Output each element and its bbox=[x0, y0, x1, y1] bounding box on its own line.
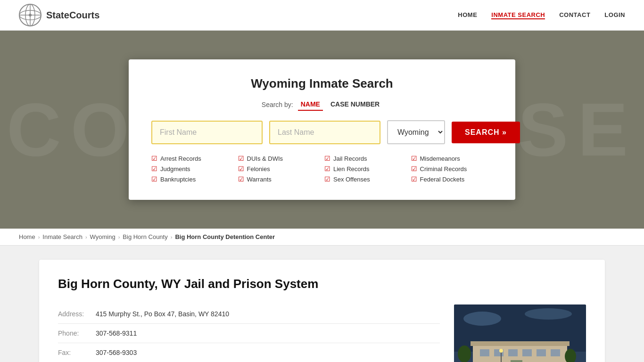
check-icon-sex-offenses: ☑ bbox=[324, 175, 330, 183]
fax-value: 307-568-9303 bbox=[96, 343, 440, 362]
svg-rect-12 bbox=[471, 341, 570, 346]
phone-label: Phone: bbox=[58, 324, 96, 343]
facility-info: Address: 415 Murphy St., Po Box 47, Basi… bbox=[58, 304, 440, 362]
search-button[interactable]: SEARCH » bbox=[452, 122, 520, 143]
checkbox-lien-records: ☑ Lien Records bbox=[324, 165, 406, 173]
address-row: Address: 415 Murphy St., Po Box 47, Basi… bbox=[58, 304, 440, 324]
content-card: Big Horn County, WY Jail and Prison Syst… bbox=[39, 260, 605, 362]
nav-home[interactable]: HOME bbox=[458, 11, 477, 19]
checkbox-grid: ☑ Arrest Records ☑ DUIs & DWIs ☑ Jail Re… bbox=[151, 155, 493, 183]
breadcrumb-sep-1: › bbox=[38, 234, 40, 240]
svg-rect-19 bbox=[511, 360, 522, 362]
logo-icon bbox=[19, 4, 41, 26]
checkbox-label-sex-offenses: Sex Offenses bbox=[333, 176, 370, 183]
tab-case-number[interactable]: CASE NUMBER bbox=[328, 99, 382, 111]
checkbox-label-judgments: Judgments bbox=[160, 165, 190, 173]
svg-rect-16 bbox=[522, 349, 532, 356]
logo-area: StateCourts bbox=[19, 4, 99, 26]
check-icon-federal: ☑ bbox=[411, 175, 417, 183]
first-name-input[interactable] bbox=[151, 121, 263, 144]
last-name-input[interactable] bbox=[269, 121, 380, 144]
facility-image bbox=[454, 304, 586, 362]
address-label: Address: bbox=[58, 304, 96, 324]
checkbox-label-lien: Lien Records bbox=[333, 165, 370, 173]
nav-inmate-search[interactable]: INMATE SEARCH bbox=[491, 11, 545, 19]
hero-section: COURTHOUSE Wyoming Inmate Search Search … bbox=[0, 31, 644, 229]
phone-value: 307-568-9311 bbox=[96, 324, 440, 343]
svg-point-21 bbox=[499, 349, 503, 353]
fax-label: Fax: bbox=[58, 343, 96, 362]
checkbox-felonies: ☑ Felonies bbox=[238, 165, 320, 173]
breadcrumb-big-horn-county[interactable]: Big Horn County bbox=[123, 233, 167, 240]
checkbox-arrest-records: ☑ Arrest Records bbox=[151, 155, 233, 162]
checkbox-label-arrest: Arrest Records bbox=[160, 155, 201, 162]
nav-contact[interactable]: CONTACT bbox=[559, 11, 590, 19]
svg-point-9 bbox=[525, 308, 572, 320]
check-icon-warrants: ☑ bbox=[238, 175, 244, 183]
check-icon-duis: ☑ bbox=[238, 155, 244, 162]
search-by-row: Search by: NAME CASE NUMBER bbox=[151, 99, 493, 111]
check-icon-bankruptcies: ☑ bbox=[151, 175, 157, 183]
checkbox-label-felonies: Felonies bbox=[247, 165, 270, 173]
svg-point-23 bbox=[458, 346, 471, 362]
breadcrumb-wyoming[interactable]: Wyoming bbox=[90, 233, 116, 240]
nav-links: HOME INMATE SEARCH CONTACT LOGIN bbox=[458, 11, 625, 19]
search-card: Wyoming Inmate Search Search by: NAME CA… bbox=[129, 59, 515, 200]
main-content: Big Horn County, WY Jail and Prison Syst… bbox=[0, 246, 644, 362]
building-image-svg bbox=[454, 304, 586, 362]
checkbox-label-misdemeanors: Misdemeanors bbox=[420, 155, 460, 162]
state-select[interactable]: Wyoming Alabama Alaska Arizona bbox=[387, 120, 445, 144]
svg-rect-15 bbox=[508, 349, 518, 356]
info-table: Address: 415 Murphy St., Po Box 47, Basi… bbox=[58, 304, 440, 362]
check-icon-misdemeanors: ☑ bbox=[411, 155, 417, 162]
checkbox-label-warrants: Warrants bbox=[247, 176, 272, 183]
search-fields-row: Wyoming Alabama Alaska Arizona SEARCH » bbox=[151, 120, 493, 144]
breadcrumb-sep-4: › bbox=[171, 234, 173, 240]
phone-row: Phone: 307-568-9311 bbox=[58, 324, 440, 343]
checkbox-bankruptcies: ☑ Bankruptcies bbox=[151, 175, 233, 183]
checkbox-warrants: ☑ Warrants bbox=[238, 175, 320, 183]
checkbox-criminal-records: ☑ Criminal Records bbox=[411, 165, 493, 173]
address-value: 415 Murphy St., Po Box 47, Basin, WY 824… bbox=[96, 304, 440, 324]
tab-name[interactable]: NAME bbox=[298, 99, 323, 111]
check-icon-jail: ☑ bbox=[324, 155, 330, 162]
checkbox-label-federal: Federal Dockets bbox=[420, 176, 465, 183]
check-icon-criminal: ☑ bbox=[411, 165, 417, 173]
breadcrumb-home[interactable]: Home bbox=[19, 233, 35, 240]
checkbox-judgments: ☑ Judgments bbox=[151, 165, 233, 173]
check-icon-arrest: ☑ bbox=[151, 155, 157, 162]
checkbox-label-jail: Jail Records bbox=[333, 155, 367, 162]
breadcrumb-sep-3: › bbox=[118, 234, 120, 240]
checkbox-misdemeanors: ☑ Misdemeanors bbox=[411, 155, 493, 162]
facility-title: Big Horn County, WY Jail and Prison Syst… bbox=[58, 277, 586, 291]
breadcrumb-sep-2: › bbox=[85, 234, 87, 240]
checkbox-label-duis: DUIs & DWIs bbox=[247, 155, 283, 162]
search-card-title: Wyoming Inmate Search bbox=[151, 76, 493, 91]
checkbox-sex-offenses: ☑ Sex Offenses bbox=[324, 175, 406, 183]
svg-rect-17 bbox=[537, 349, 546, 356]
logo-text: StateCourts bbox=[46, 10, 99, 21]
breadcrumb: Home › Inmate Search › Wyoming › Big Hor… bbox=[0, 229, 644, 246]
svg-rect-18 bbox=[551, 349, 560, 356]
svg-point-8 bbox=[463, 312, 501, 326]
svg-rect-13 bbox=[480, 349, 489, 356]
fax-row: Fax: 307-568-9303 bbox=[58, 343, 440, 362]
breadcrumb-current: Big Horn County Detention Center bbox=[175, 233, 275, 240]
check-icon-felonies: ☑ bbox=[238, 165, 244, 173]
header: StateCourts HOME INMATE SEARCH CONTACT L… bbox=[0, 0, 644, 31]
nav-login[interactable]: LOGIN bbox=[604, 11, 625, 19]
check-icon-judgments: ☑ bbox=[151, 165, 157, 173]
check-icon-lien: ☑ bbox=[324, 165, 330, 173]
search-by-label: Search by: bbox=[262, 101, 293, 108]
breadcrumb-inmate-search[interactable]: Inmate Search bbox=[42, 233, 83, 240]
checkbox-label-criminal: Criminal Records bbox=[420, 165, 467, 173]
checkbox-duis-dwis: ☑ DUIs & DWIs bbox=[238, 155, 320, 162]
checkbox-jail-records: ☑ Jail Records bbox=[324, 155, 406, 162]
checkbox-label-bankruptcies: Bankruptcies bbox=[160, 176, 196, 183]
checkbox-federal-dockets: ☑ Federal Dockets bbox=[411, 175, 493, 183]
facility-body: Address: 415 Murphy St., Po Box 47, Basi… bbox=[58, 304, 586, 362]
